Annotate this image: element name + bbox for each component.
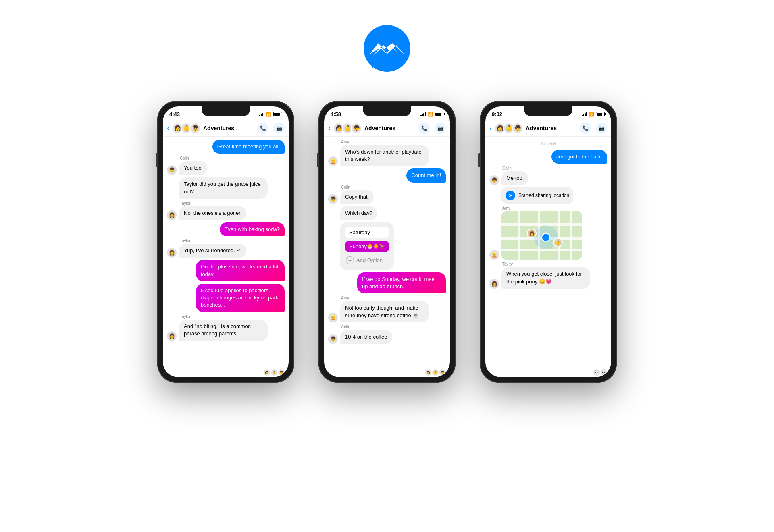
avatar: 👦 bbox=[328, 194, 338, 204]
read-receipts: 👩 👶 👦 bbox=[163, 368, 289, 377]
poll-widget: Saturday Sunday 🐣🐥🦆 + Add Option bbox=[340, 222, 394, 270]
sender-name: Colin bbox=[341, 325, 350, 329]
avatar-3: 👦 bbox=[512, 123, 523, 134]
avatar: 👩 bbox=[167, 210, 177, 220]
read-receipts: 👩 👶 👦 bbox=[324, 368, 450, 377]
phone-2: 4:58 📶 ‹ 👩 bbox=[318, 101, 456, 383]
svg-text:👶: 👶 bbox=[556, 240, 561, 245]
location-map[interactable]: 👩 👶 bbox=[501, 211, 582, 260]
message-row: Taylor did you get the grape juice out? bbox=[167, 177, 285, 198]
back-button[interactable]: ‹ bbox=[489, 124, 492, 133]
phone-2-time: 4:58 bbox=[331, 111, 341, 117]
battery-icon bbox=[273, 112, 282, 116]
message-bubble: No, the onesie's a goner. bbox=[179, 206, 246, 220]
header-avatars: 👩 👶 👦 bbox=[172, 123, 201, 134]
battery-icon bbox=[435, 112, 443, 116]
header-avatars: 👩 👶 👦 bbox=[333, 123, 362, 134]
back-button[interactable]: ‹ bbox=[328, 124, 331, 133]
avatar-3: 👦 bbox=[351, 123, 362, 134]
read-receipt-avatar: 👩 bbox=[264, 369, 270, 376]
call-button[interactable]: 📞 bbox=[580, 123, 591, 134]
poll-widget-row: Saturday Sunday 🐣🐥🦆 + Add Option bbox=[328, 222, 446, 270]
call-button[interactable]: 📞 bbox=[418, 123, 430, 134]
poll-votes: 🐣🐥🦆 bbox=[367, 243, 385, 249]
phones-container: 4:43 📶 ‹ 👩 bbox=[157, 101, 617, 383]
read-receipt-avatar: 👩 bbox=[425, 369, 431, 376]
phone-3-screen: 9:02 📶 ‹ 👩 bbox=[485, 106, 611, 377]
phone-1-status-icons: 📶 bbox=[259, 112, 282, 117]
map-row: Amy 👱 bbox=[489, 206, 607, 260]
header-avatars: 👩 👶 👦 bbox=[494, 123, 523, 134]
avatar: 👦 bbox=[489, 175, 499, 185]
avatar: 👩 bbox=[489, 279, 499, 289]
message-row: Amy 👱 Not too early though, and make sur… bbox=[328, 296, 446, 322]
message-row: Great time meeting you all! bbox=[167, 140, 285, 154]
message-bubble: Great time meeting you all! bbox=[212, 140, 285, 154]
phone-2-messages: Amy 👱 Who's down for another playdate th… bbox=[324, 137, 450, 368]
wifi-icon: 📶 bbox=[266, 112, 272, 117]
message-row: Colin 👦 Me too. bbox=[489, 166, 607, 185]
phone-1-notch bbox=[202, 106, 250, 116]
message-bubble: When you get close, just look for the pi… bbox=[501, 267, 590, 288]
read-receipt-avatar: 👦 bbox=[278, 369, 285, 376]
sender-name: Colin bbox=[502, 166, 512, 170]
read-receipt-avatar: 👦 bbox=[439, 369, 446, 376]
chat-title: Adventures bbox=[203, 125, 255, 131]
message-row: Colin 👦 10-4 on the coffee bbox=[328, 325, 446, 344]
svg-point-10 bbox=[542, 233, 550, 241]
location-share-icon: ➤ bbox=[506, 191, 515, 200]
message-row: Taylor 👩 When you get close, just look f… bbox=[489, 262, 607, 288]
header-actions: 📞 📷 bbox=[418, 123, 446, 134]
location-share-bubble: ➤ Started sharing location bbox=[501, 187, 573, 204]
message-row: Amy 👱 Who's down for another playdate th… bbox=[328, 140, 446, 166]
battery-icon bbox=[596, 112, 605, 116]
phone-3-notch bbox=[524, 106, 572, 116]
message-row: Count me in! bbox=[328, 168, 446, 182]
sender-name: Colin bbox=[180, 156, 189, 160]
location-share-text: Started sharing location bbox=[518, 193, 569, 198]
message-bubble: And "no biting," is a common phrase amon… bbox=[179, 320, 268, 341]
read-receipt-avatar: 👶 bbox=[271, 369, 277, 376]
back-button[interactable]: ‹ bbox=[167, 124, 169, 133]
sender-name: Amy bbox=[341, 140, 349, 144]
read-receipt-avatar: 👀 bbox=[593, 369, 600, 376]
poll-option-saturday[interactable]: Saturday bbox=[345, 227, 389, 238]
read-receipt-avatar: 👶 bbox=[432, 369, 439, 376]
chat-title: Adventures bbox=[364, 125, 416, 131]
phone-3-chat-header: ‹ 👩 👶 👦 Adventures 📞 📷 bbox=[485, 120, 611, 137]
poll-option-sunday[interactable]: Sunday 🐣🐥🦆 bbox=[345, 241, 389, 252]
phone-1-screen: 4:43 📶 ‹ 👩 bbox=[163, 106, 289, 377]
sender-name: Taylor bbox=[502, 262, 513, 266]
signal-bars-icon bbox=[420, 112, 426, 116]
signal-bars-icon bbox=[259, 112, 264, 116]
phone-2-status-icons: 📶 bbox=[420, 112, 443, 117]
message-bubble: Even with baking soda? bbox=[220, 222, 285, 236]
video-button[interactable]: 📷 bbox=[273, 123, 285, 134]
sender-name: Amy bbox=[502, 206, 510, 210]
video-button[interactable]: 📷 bbox=[435, 123, 446, 134]
message-bubble: If we do Sunday, we could meet up and do… bbox=[357, 272, 446, 293]
message-bubble: Which day? bbox=[340, 206, 377, 220]
header-actions: 📞 📷 bbox=[257, 123, 285, 134]
message-row: If we do Sunday, we could meet up and do… bbox=[328, 272, 446, 293]
avatar: 👱 bbox=[328, 156, 338, 166]
phone-1: 4:43 📶 ‹ 👩 bbox=[157, 101, 294, 383]
wifi-icon: 📶 bbox=[589, 112, 594, 117]
phone-2-chat-header: ‹ 👩 👶 👦 Adventures 📞 📷 bbox=[324, 120, 450, 137]
message-row: Just got to the park. bbox=[489, 150, 607, 164]
phone-1-messages: Great time meeting you all! Colin 👦 You … bbox=[163, 137, 289, 368]
svg-rect-7 bbox=[558, 211, 560, 260]
add-option-button[interactable]: + Add Option bbox=[345, 255, 389, 266]
message-row: 5 sec rule applies to pacifiers, diaper … bbox=[167, 284, 285, 312]
phone-2-screen: 4:58 📶 ‹ 👩 bbox=[324, 106, 450, 377]
video-button[interactable]: 📷 bbox=[596, 123, 607, 134]
signal-bars-icon bbox=[582, 112, 587, 116]
avatar: 👦 bbox=[167, 165, 177, 175]
message-bubble: Me too. bbox=[501, 171, 528, 185]
message-bubble: Who's down for another playdate this wee… bbox=[340, 145, 429, 166]
sender-name: Taylor bbox=[180, 314, 191, 319]
phone-3: 9:02 📶 ‹ 👩 bbox=[480, 101, 617, 383]
map-svg: 👩 👶 bbox=[501, 211, 582, 260]
call-button[interactable]: 📞 bbox=[257, 123, 268, 134]
message-bubble: Taylor did you get the grape juice out? bbox=[179, 177, 268, 198]
